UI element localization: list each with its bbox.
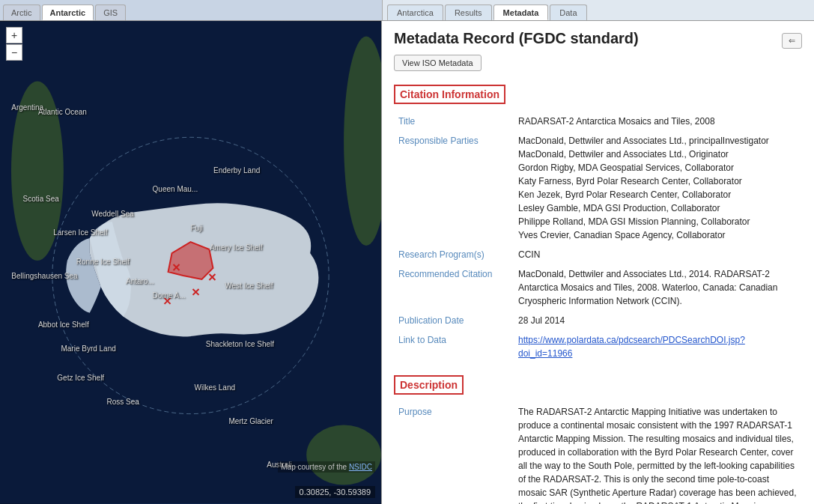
table-row-title: Title RADARSAT-2 Antarctica Mosaics and … — [394, 112, 802, 131]
svg-point-1 — [11, 81, 64, 261]
table-row-research-program: Research Program(s) CCIN — [394, 245, 802, 264]
recommended-citation-value: MacDonald, Dettwiler and Associates Ltd.… — [514, 264, 802, 311]
zoom-in-button[interactable]: + — [6, 27, 22, 43]
purpose-value: The RADARSAT-2 Antarctic Mapping Initiat… — [514, 402, 802, 504]
title-value: RADARSAT-2 Antarctica Mosaics and Tiles,… — [514, 112, 802, 131]
metadata-record-title: Metadata Record (FGDC standard) — [394, 30, 639, 47]
recommended-citation-label: Recommended Citation — [394, 264, 514, 311]
tab-antarctica[interactable]: Antarctica — [387, 4, 443, 20]
responsible-parties-label: Responsible Parties — [394, 131, 514, 245]
tab-metadata[interactable]: Metadata — [493, 4, 549, 20]
table-row-publication-date: Publication Date 28 Jul 2014 — [394, 311, 802, 330]
title-label: Title — [394, 112, 514, 131]
map-attribution: Map courtesy of the NSIDC — [278, 461, 375, 473]
metadata-panel: Metadata Record (FGDC standard) ⇐ View I… — [382, 21, 814, 504]
tab-arctic[interactable]: Arctic — [3, 4, 40, 20]
tab-results[interactable]: Results — [445, 4, 492, 20]
svg-point-3 — [306, 425, 381, 485]
description-table: Purpose The RADARSAT-2 Antarctic Mapping… — [394, 402, 802, 504]
table-row-recommended-citation: Recommended Citation MacDonald, Dettwile… — [394, 264, 802, 311]
citation-information-header[interactable]: Citation Information — [394, 85, 505, 104]
research-program-value: CCIN — [514, 245, 802, 264]
link-to-data-label: Link to Data — [394, 330, 514, 363]
research-program-label: Research Program(s) — [394, 245, 514, 264]
nsidc-link[interactable]: NSIDC — [349, 463, 372, 471]
map-panel: Atlantic Ocean Scotia Sea Weddell Sea Qu… — [0, 21, 382, 504]
responsible-parties-value: MacDonald, Dettwiler and Associates Ltd.… — [514, 131, 802, 245]
table-row-responsible-parties: Responsible Parties MacDonald, Dettwiler… — [394, 131, 802, 245]
table-row-purpose: Purpose The RADARSAT-2 Antarctic Mapping… — [394, 402, 802, 504]
back-arrow-icon: ⇐ — [789, 36, 795, 46]
tab-antarctic[interactable]: Antarctic — [42, 4, 94, 20]
link-to-data-url[interactable]: https://www.polardata.ca/pdcsearch/PDCSe… — [518, 335, 745, 359]
link-to-data-value: https://www.polardata.ca/pdcsearch/PDCSe… — [514, 330, 802, 363]
citation-table: Title RADARSAT-2 Antarctica Mosaics and … — [394, 112, 802, 363]
tab-data[interactable]: Data — [550, 4, 586, 20]
table-row-link-to-data: Link to Data https://www.polardata.ca/pd… — [394, 330, 802, 363]
tab-gis[interactable]: GIS — [95, 4, 126, 20]
purpose-label: Purpose — [394, 402, 514, 504]
zoom-out-button[interactable]: − — [6, 44, 22, 61]
back-icon-btn[interactable]: ⇐ — [782, 33, 802, 49]
publication-date-value: 28 Jul 2014 — [514, 311, 802, 330]
map-zoom-controls: + − — [6, 27, 22, 61]
description-header[interactable]: Description — [394, 375, 464, 395]
map-svg — [0, 21, 381, 504]
publication-date-label: Publication Date — [394, 311, 514, 330]
view-iso-metadata-button[interactable]: View ISO Metadata — [394, 55, 482, 71]
map-coordinates: 0.30825, -30.59389 — [295, 486, 375, 498]
